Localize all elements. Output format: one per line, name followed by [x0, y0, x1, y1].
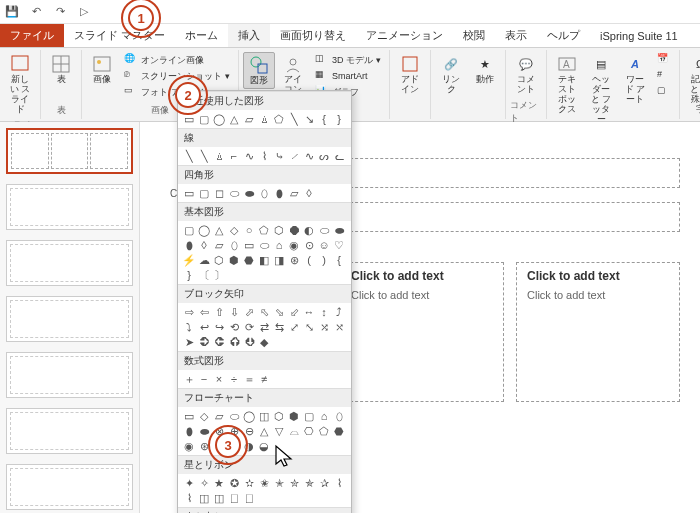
shape-item[interactable]: ✯	[302, 476, 316, 490]
shape-item[interactable]: 𐊣	[212, 149, 226, 163]
shape-item[interactable]: ▭	[242, 238, 256, 252]
shape-item[interactable]: ⇄	[257, 320, 271, 334]
shape-item[interactable]: ᓚ	[332, 149, 346, 163]
shape-item[interactable]: }	[332, 112, 346, 126]
shape-item[interactable]: }	[182, 268, 196, 282]
shape-item[interactable]: ◫	[257, 409, 271, 423]
shape-item[interactable]: ⟳	[242, 320, 256, 334]
shape-item[interactable]: ✭	[272, 476, 286, 490]
shape-item[interactable]: ⎕	[227, 491, 241, 505]
shape-item[interactable]: △	[257, 424, 271, 438]
shape-item[interactable]: ⤴	[332, 305, 346, 319]
shape-item[interactable]: ✬	[257, 476, 271, 490]
shape-item[interactable]: ▢	[302, 409, 316, 423]
shape-item[interactable]: ⮈	[212, 335, 226, 349]
shape-item[interactable]: ▱	[212, 238, 226, 252]
link-button[interactable]: 🔗リンク	[435, 52, 467, 97]
shape-item[interactable]: ◯	[242, 409, 256, 423]
shape-item[interactable]: ÷	[227, 372, 241, 386]
shape-item[interactable]: ◊	[197, 238, 211, 252]
shape-item[interactable]: ◆	[257, 335, 271, 349]
thumbnail-5[interactable]	[6, 352, 133, 398]
shape-item[interactable]: ⬡	[272, 409, 286, 423]
shape-item[interactable]: ⬢	[227, 253, 241, 267]
shape-item[interactable]: ↔	[302, 305, 316, 319]
shape-item[interactable]: ≠	[257, 372, 271, 386]
shape-item[interactable]: ◫	[197, 491, 211, 505]
thumbnail-pane[interactable]: 3	[0, 122, 140, 513]
shape-item[interactable]: ▱	[212, 409, 226, 423]
online-image-button[interactable]: 🌐オンライン画像	[120, 52, 234, 68]
shape-item[interactable]: ▢	[197, 186, 211, 200]
shape-item[interactable]: ⊛	[287, 253, 301, 267]
shape-item[interactable]: ◨	[272, 253, 286, 267]
shape-item[interactable]: ⤷	[272, 149, 286, 163]
thumbnail-7[interactable]	[6, 464, 133, 510]
shape-item[interactable]: 𐊣	[257, 112, 271, 126]
thumbnail-3[interactable]	[6, 240, 133, 286]
shape-item[interactable]: ∿	[302, 149, 316, 163]
save-icon[interactable]: 💾	[4, 4, 20, 20]
shape-item[interactable]: ╲	[287, 112, 301, 126]
shape-item[interactable]: ⌂	[317, 409, 331, 423]
shape-item[interactable]: ◫	[212, 491, 226, 505]
shape-item[interactable]: ✦	[182, 476, 196, 490]
addins-button[interactable]: アドイン	[394, 52, 426, 97]
shape-item[interactable]: ▢	[182, 223, 196, 237]
headerfooter-button[interactable]: ▤ヘッダーと フッター	[585, 52, 617, 126]
shape-item[interactable]: ⬂	[272, 305, 286, 319]
shape-item[interactable]: ⬭	[257, 238, 271, 252]
3dmodel-button[interactable]: ◫3D モデル ▾	[311, 52, 385, 68]
slideshow-icon[interactable]: ▷	[76, 4, 92, 20]
smartart-button[interactable]: ▦SmartArt	[311, 68, 385, 84]
shape-item[interactable]: ⌂	[272, 238, 286, 252]
image-button[interactable]: 画像	[86, 52, 118, 87]
shape-item[interactable]: ⬯	[227, 238, 241, 252]
shape-item[interactable]: ⬣	[242, 253, 256, 267]
shape-item[interactable]: ▽	[272, 424, 286, 438]
shape-item[interactable]: ◯	[197, 223, 211, 237]
object-button[interactable]: ▢	[653, 84, 675, 100]
shape-item[interactable]: ＋	[182, 372, 196, 386]
shape-item[interactable]: ╲	[197, 149, 211, 163]
tab-insert[interactable]: 挿入	[228, 24, 270, 47]
shape-item[interactable]: ◒	[257, 439, 271, 453]
shape-item[interactable]: ⮉	[227, 335, 241, 349]
shape-item[interactable]: ➤	[182, 335, 196, 349]
shape-item[interactable]: ↪	[212, 320, 226, 334]
shape-item[interactable]: ⬭	[227, 409, 241, 423]
tab-transitions[interactable]: 画面切り替え	[270, 24, 356, 47]
shape-item[interactable]: ⚡	[182, 253, 196, 267]
shape-item[interactable]: ↩	[197, 320, 211, 334]
shape-item[interactable]: (	[302, 253, 316, 267]
shape-item[interactable]: ◇	[197, 409, 211, 423]
shape-item[interactable]: ✫	[242, 476, 256, 490]
tab-file[interactable]: ファイル	[0, 24, 64, 47]
shape-item[interactable]: ◻	[212, 186, 226, 200]
shape-item[interactable]: ⇧	[212, 305, 226, 319]
shape-item[interactable]: ◊	[302, 186, 316, 200]
shape-item[interactable]: ✧	[197, 476, 211, 490]
thumbnail-1[interactable]	[6, 128, 133, 174]
shape-item[interactable]: ☁	[197, 253, 211, 267]
shape-item[interactable]: ⌐	[227, 149, 241, 163]
shape-item[interactable]: ⬯	[332, 409, 346, 423]
shape-item[interactable]: ◯	[212, 112, 226, 126]
shape-item[interactable]: ⇨	[182, 305, 196, 319]
shape-item[interactable]: ⬠	[257, 223, 271, 237]
shape-item[interactable]: ⎕	[242, 491, 256, 505]
shapes-button[interactable]: 図形	[243, 52, 275, 89]
shape-item[interactable]: ▱	[242, 112, 256, 126]
shape-item[interactable]: ◇	[227, 223, 241, 237]
shape-item[interactable]: ◉	[287, 238, 301, 252]
shape-item[interactable]: ▢	[197, 112, 211, 126]
tab-ispring[interactable]: iSpring Suite 11	[590, 24, 688, 47]
new-slide-button[interactable]: 新しい スライド	[4, 52, 36, 117]
shape-item[interactable]: ⌇	[182, 491, 196, 505]
content-placeholder-left[interactable]: Click to add text Click to add text	[340, 262, 504, 402]
tab-view[interactable]: 表示	[495, 24, 537, 47]
shape-item[interactable]: ▱	[287, 186, 301, 200]
shape-item[interactable]: ⬮	[182, 424, 196, 438]
shape-item[interactable]: ★	[212, 476, 226, 490]
subtitle-placeholder[interactable]	[340, 202, 680, 232]
